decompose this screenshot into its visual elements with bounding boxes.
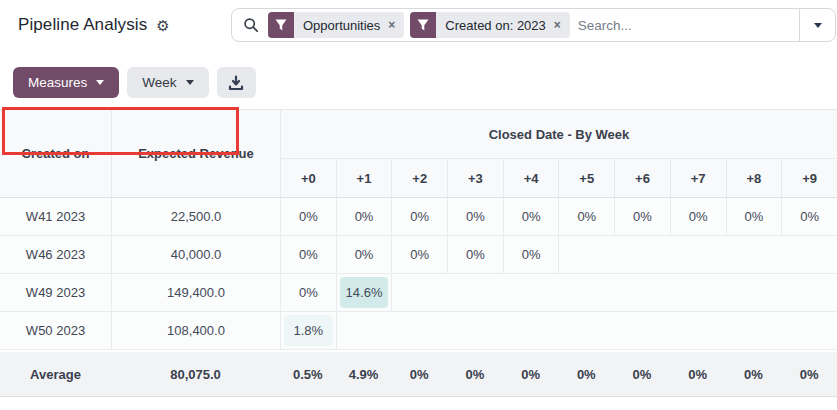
period-header: +1: [336, 159, 392, 198]
cohort-cell: [391, 274, 447, 312]
average-cell: 0%: [726, 350, 782, 397]
table-row: W49 2023149,400.00%14.6%: [0, 274, 837, 312]
cohort-cell: [781, 274, 837, 312]
cohort-cell: [391, 312, 447, 350]
cohort-cell[interactable]: 14.6%: [336, 274, 392, 312]
cohort-cell: [336, 312, 392, 350]
facet-remove-icon[interactable]: ×: [554, 19, 561, 31]
cohort-cell-highlight: 14.6%: [340, 277, 389, 308]
cohort-cell[interactable]: 0%: [503, 198, 559, 236]
control-panel: Measures Week: [0, 50, 837, 109]
cohort-cell[interactable]: 0%: [670, 198, 726, 236]
cohort-table-footer: Average80,075.00.5%4.9%0%0%0%0%0%0%0%0%: [0, 350, 837, 397]
average-cell: 0%: [670, 350, 726, 397]
cohort-cell: [670, 236, 726, 274]
cohort-cell[interactable]: 0%: [391, 198, 447, 236]
average-cell: 4.9%: [336, 350, 392, 397]
search-input[interactable]: [576, 17, 799, 34]
cohort-cell-highlight: 1.8%: [284, 315, 333, 346]
cohort-cell[interactable]: 0%: [781, 198, 837, 236]
average-label: Average: [0, 350, 111, 397]
cohort-cell: [726, 274, 782, 312]
cohort-cell: [447, 312, 503, 350]
cohort-cell: [781, 236, 837, 274]
average-cell: 0%: [614, 350, 670, 397]
period-header: +8: [726, 159, 782, 198]
facet-remove-icon[interactable]: ×: [388, 19, 395, 31]
cohort-cell: [447, 274, 503, 312]
row-label: W50 2023: [0, 312, 111, 350]
cohort-cell[interactable]: 0%: [336, 236, 392, 274]
cohort-cell: [558, 274, 614, 312]
search-facet-opportunities: Opportunities ×: [268, 12, 404, 38]
expected-revenue-cell[interactable]: 22,500.0: [111, 198, 280, 236]
download-icon: [228, 75, 244, 91]
average-cell: 0.5%: [280, 350, 336, 397]
table-row: W41 202322,500.00%0%0%0%0%0%0%0%0%0%: [0, 198, 837, 236]
average-cell: 0%: [391, 350, 447, 397]
facet-label: Created on: 2023: [445, 18, 545, 33]
search-dropdown-toggle[interactable]: [799, 9, 835, 41]
period-header: +6: [614, 159, 670, 198]
expected-revenue-cell[interactable]: 40,000.0: [111, 236, 280, 274]
row-label: W49 2023: [0, 274, 111, 312]
cohort-cell[interactable]: 0%: [614, 198, 670, 236]
cohort-cell[interactable]: 0%: [391, 236, 447, 274]
period-header: +2: [391, 159, 447, 198]
cohort-cell: [614, 236, 670, 274]
average-cell: 0%: [781, 350, 837, 397]
table-row: W46 202340,000.00%0%0%0%0%: [0, 236, 837, 274]
chevron-down-icon: [96, 80, 104, 85]
search-facet-created-on-2023: Created on: 2023 ×: [410, 12, 569, 38]
period-header: +5: [558, 159, 614, 198]
search-bar[interactable]: Opportunities × Created on: 2023 ×: [231, 8, 836, 42]
cohort-cell[interactable]: 0%: [447, 236, 503, 274]
expected-revenue-cell[interactable]: 149,400.0: [111, 274, 280, 312]
cohort-table: Created on Expected Revenue Closed Date …: [0, 109, 837, 397]
cohort-cell: [614, 274, 670, 312]
chevron-down-icon: [814, 23, 822, 28]
cohort-cell[interactable]: 0%: [280, 274, 336, 312]
cohort-cell: [670, 312, 726, 350]
filter-funnel-icon: [410, 12, 436, 38]
top-bar: Pipeline Analysis ⚙ Opportunities × Crea…: [0, 0, 837, 50]
cohort-cell[interactable]: 0%: [280, 236, 336, 274]
download-button[interactable]: [217, 67, 256, 98]
cohort-cell: [726, 236, 782, 274]
average-cell: 0%: [447, 350, 503, 397]
cohort-table-body: W41 202322,500.00%0%0%0%0%0%0%0%0%0%W46 …: [0, 198, 837, 350]
cohort-cell[interactable]: 0%: [503, 236, 559, 274]
measures-button-label: Measures: [28, 75, 87, 90]
average-cell: 0%: [503, 350, 559, 397]
expected-revenue-cell[interactable]: 108,400.0: [111, 312, 280, 350]
cohort-cell[interactable]: 0%: [336, 198, 392, 236]
cohort-cell: [670, 274, 726, 312]
cohort-cell: [558, 236, 614, 274]
period-header: +4: [503, 159, 559, 198]
average-row: Average80,075.00.5%4.9%0%0%0%0%0%0%0%0%: [0, 350, 837, 397]
cohort-cell: [781, 312, 837, 350]
average-revenue: 80,075.0: [111, 350, 280, 397]
gear-icon[interactable]: ⚙: [156, 18, 169, 33]
period-header: +0: [280, 159, 336, 198]
cohort-cell[interactable]: 0%: [280, 198, 336, 236]
cohort-cell[interactable]: 0%: [726, 198, 782, 236]
cohort-cell: [726, 312, 782, 350]
cohort-cell: [558, 312, 614, 350]
row-label: W41 2023: [0, 198, 111, 236]
chevron-down-icon: [186, 80, 194, 85]
cohort-cell[interactable]: 0%: [447, 198, 503, 236]
page-title: Pipeline Analysis: [18, 15, 147, 35]
period-header: +7: [670, 159, 726, 198]
measures-button[interactable]: Measures: [13, 67, 119, 98]
average-cell: 0%: [558, 350, 614, 397]
column-header-expected-revenue: Expected Revenue: [111, 109, 280, 198]
facet-label: Opportunities: [303, 18, 380, 33]
row-label: W46 2023: [0, 236, 111, 274]
interval-week-button[interactable]: Week: [127, 67, 208, 98]
cohort-cell[interactable]: 0%: [558, 198, 614, 236]
column-group-header-closed-date: Closed Date - By Week: [280, 109, 837, 159]
cohort-cell[interactable]: 1.8%: [280, 312, 336, 350]
cohort-cell: [614, 312, 670, 350]
interval-button-label: Week: [142, 75, 176, 90]
